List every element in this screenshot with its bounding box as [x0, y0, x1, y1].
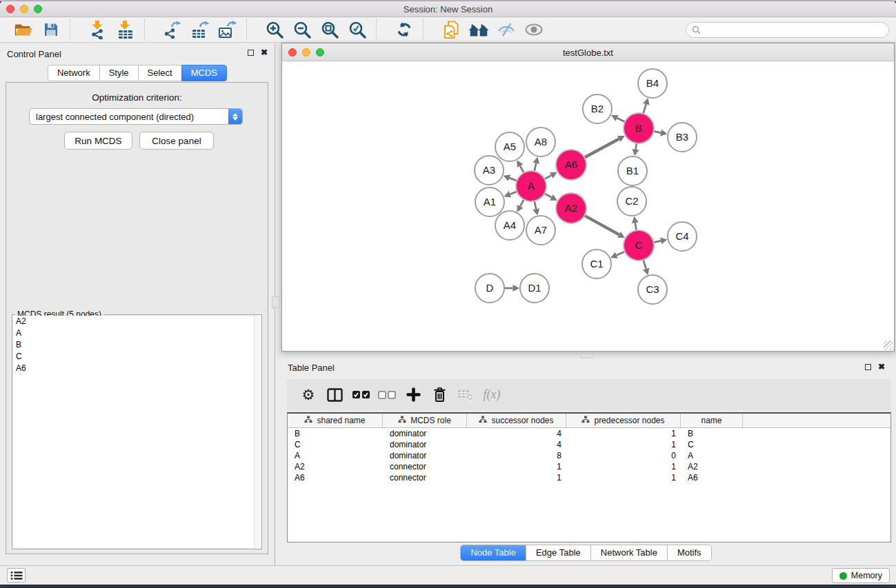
graph-node-B4[interactable]: B4: [638, 69, 667, 98]
zoom-fit-icon[interactable]: [316, 19, 344, 41]
table-cell[interactable]: connector: [383, 461, 467, 472]
tab-motifs[interactable]: Motifs: [668, 545, 711, 560]
resize-grip[interactable]: [884, 341, 893, 350]
column-header-name[interactable]: name: [681, 414, 743, 427]
mcds-result-list[interactable]: A2ABCA6: [13, 316, 261, 548]
table-cell[interactable]: 1: [566, 472, 681, 483]
table-row[interactable]: Bdominator41B: [288, 428, 890, 439]
deselect-all-icon[interactable]: [374, 391, 400, 399]
float-panel-icon[interactable]: [248, 50, 254, 56]
graph-edge-C-C3[interactable]: [644, 260, 646, 269]
search-input[interactable]: [704, 26, 888, 35]
graph-edge-A-A5[interactable]: [520, 166, 524, 173]
tab-mcds[interactable]: MCDS: [181, 65, 227, 81]
show-eye-icon[interactable]: [520, 19, 548, 41]
graph-node-C2[interactable]: C2: [617, 187, 646, 216]
float-panel-icon[interactable]: [865, 364, 871, 370]
select-all-icon[interactable]: [348, 390, 374, 399]
export-network-icon[interactable]: [159, 19, 186, 41]
result-scrollbar[interactable]: [254, 315, 261, 549]
graph-edge-B-B3[interactable]: [654, 131, 661, 132]
zoom-in-icon[interactable]: [261, 19, 288, 41]
settings-gear-icon[interactable]: ⚙: [295, 388, 321, 402]
delete-column-icon[interactable]: [426, 387, 452, 403]
graph-node-A4[interactable]: A4: [495, 211, 524, 240]
table-cell[interactable]: connector: [383, 472, 467, 483]
pane-divider-grip[interactable]: [581, 354, 593, 358]
mcds-result-item[interactable]: B: [13, 339, 261, 351]
graph-edge-A2-C[interactable]: [584, 216, 619, 235]
export-table-icon[interactable]: [186, 19, 214, 41]
graph-edge-A-A1[interactable]: [510, 192, 517, 194]
table-cell[interactable]: dominator: [383, 428, 467, 439]
table-row[interactable]: Cdominator41C: [288, 439, 890, 450]
tab-style[interactable]: Style: [99, 65, 138, 81]
table-row[interactable]: A6connector11A6: [288, 472, 890, 483]
table-cell[interactable]: dominator: [383, 450, 467, 461]
graph-node-B1[interactable]: B1: [618, 156, 647, 185]
table-cell[interactable]: 1: [566, 428, 681, 439]
table-cell[interactable]: A6: [681, 472, 743, 483]
graph-edge-C-C2[interactable]: [635, 223, 637, 230]
graph-node-D1[interactable]: D1: [520, 274, 549, 303]
import-table-icon[interactable]: [112, 19, 139, 41]
table-cell[interactable]: 1: [467, 472, 566, 483]
graph-node-A7[interactable]: A7: [526, 216, 555, 245]
close-panel-icon[interactable]: ✖: [261, 49, 268, 56]
table-row[interactable]: A2connector11A2: [288, 461, 890, 472]
column-header-MCDS-role[interactable]: MCDS role: [383, 414, 467, 427]
table-cell[interactable]: B: [288, 428, 383, 439]
save-session-icon[interactable]: [37, 19, 65, 41]
table-cell[interactable]: B: [681, 428, 743, 439]
graph-edge-A-A3[interactable]: [509, 178, 517, 181]
graph-node-C1[interactable]: C1: [582, 250, 611, 278]
table-cell[interactable]: A: [288, 450, 383, 461]
split-view-icon[interactable]: [321, 388, 348, 402]
dropdown-stepper-icon[interactable]: [228, 109, 242, 124]
table-cell[interactable]: 1: [467, 461, 566, 472]
memory-button[interactable]: Memory: [832, 568, 890, 583]
graph-edge-B-B4[interactable]: [643, 104, 646, 114]
graph-node-C[interactable]: C: [624, 230, 654, 261]
graph-node-B3[interactable]: B3: [668, 123, 697, 152]
tab-node-table[interactable]: Node Table: [461, 545, 526, 560]
tab-network[interactable]: Network: [48, 65, 99, 81]
task-history-icon[interactable]: [7, 568, 26, 582]
table-cell[interactable]: 4: [467, 428, 566, 439]
table-cell[interactable]: C: [681, 439, 743, 450]
mcds-result-item[interactable]: A2: [13, 316, 261, 327]
table-cell[interactable]: A2: [288, 461, 383, 472]
graph-edge-A6-B[interactable]: [584, 139, 619, 157]
refresh-icon[interactable]: [390, 19, 418, 41]
zoom-selected-icon[interactable]: [344, 19, 371, 41]
tab-edge-table[interactable]: Edge Table: [526, 545, 591, 560]
close-panel-button[interactable]: Close panel: [139, 132, 214, 150]
table-cell[interactable]: A: [681, 450, 743, 461]
graph-node-A3[interactable]: A3: [475, 156, 504, 185]
close-panel-icon[interactable]: ✖: [878, 363, 885, 370]
import-network-icon[interactable]: [84, 19, 112, 41]
graph-node-A8[interactable]: A8: [526, 128, 555, 156]
graph-edge-C-C4[interactable]: [654, 241, 661, 242]
zoom-out-icon[interactable]: [288, 19, 316, 41]
copy-network-icon[interactable]: [437, 19, 465, 41]
node-table[interactable]: shared nameMCDS rolesuccessor nodesprede…: [287, 412, 891, 543]
graph-edge-B-B2[interactable]: [617, 118, 626, 121]
home-icon[interactable]: [465, 19, 492, 41]
graph-edge-A-A4[interactable]: [520, 199, 524, 206]
mcds-result-item[interactable]: C: [13, 351, 261, 363]
table-cell[interactable]: dominator: [383, 439, 467, 450]
column-header-successor-nodes[interactable]: successor nodes: [467, 414, 566, 427]
graph-edge-C-C1[interactable]: [617, 252, 625, 255]
graph-node-A[interactable]: A: [516, 171, 546, 201]
add-column-icon[interactable]: [400, 387, 426, 402]
graph-node-A5[interactable]: A5: [495, 132, 524, 161]
graph-edge-B-B1[interactable]: [636, 143, 637, 150]
graph-node-D[interactable]: D: [475, 274, 504, 303]
pane-divider-grip[interactable]: [272, 296, 279, 308]
tab-select[interactable]: Select: [138, 65, 181, 81]
graph-node-A6[interactable]: A6: [556, 150, 586, 180]
column-header-shared-name[interactable]: shared name: [288, 414, 383, 427]
graph-node-A1[interactable]: A1: [475, 187, 504, 216]
optimization-criterion-dropdown[interactable]: largest connected component (directed): [29, 108, 243, 125]
